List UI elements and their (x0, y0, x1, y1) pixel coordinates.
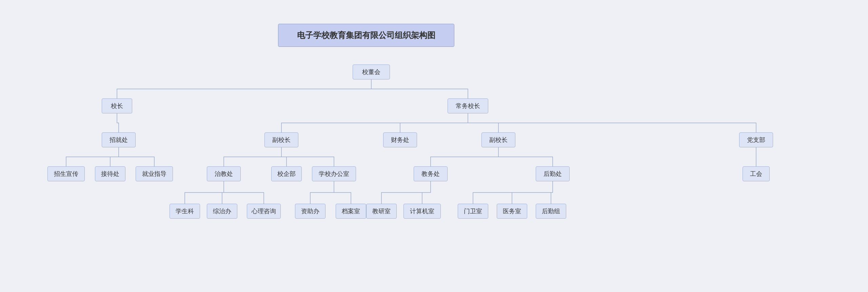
node-zhijiao: 治教处 (207, 166, 241, 181)
node-xiaoqibu: 校企部 (271, 166, 302, 181)
node-zhaojiu: 招就处 (102, 132, 136, 147)
node-dangzhibu: 党支部 (739, 132, 773, 147)
node-fuXZ1: 副校长 (264, 132, 298, 147)
node-zizhuBan: 资助办 (295, 204, 326, 219)
node-caiwu: 财务处 (383, 132, 417, 147)
node-xinliZixun: 心理咨询 (247, 204, 281, 219)
node-title: 电子学校教育集团有限公司组织架构图 (278, 24, 454, 47)
node-changewuXZ: 常务校长 (448, 98, 488, 113)
node-xuexiaoBangongshi: 学校办公室 (312, 166, 356, 181)
connector-lines (27, 10, 841, 282)
node-gonghui: 工会 (743, 166, 770, 181)
node-xueshengKe: 学生科 (170, 204, 200, 219)
node-dongshihui: 校董会 (353, 65, 390, 79)
node-jiaoWuChu: 教务处 (414, 166, 448, 181)
node-xiaozhang: 校长 (102, 98, 132, 113)
node-yiwushi: 医务室 (497, 204, 527, 219)
node-jisuanjiShi: 计算机室 (403, 204, 441, 219)
node-houqinzu: 后勤组 (536, 204, 566, 219)
node-jiuyeZhidao: 就业指导 (136, 166, 173, 181)
org-chart: 电子学校教育集团有限公司组织架构图校董会校长常务校长招就处副校长财务处副校长党支… (27, 10, 841, 282)
node-fuXZ2: 副校长 (481, 132, 515, 147)
node-jiaoyanyushi: 教研室 (366, 204, 397, 219)
node-dangangShiShi: 档案室 (336, 204, 366, 219)
node-houQinChu: 后勤处 (536, 166, 570, 181)
node-zhaoxuanChuan: 招生宣传 (47, 166, 85, 181)
node-menwei: 门卫室 (458, 204, 488, 219)
node-zongzhibanGongshi: 综治办 (207, 204, 237, 219)
node-jiedaiChu: 接待处 (95, 166, 125, 181)
